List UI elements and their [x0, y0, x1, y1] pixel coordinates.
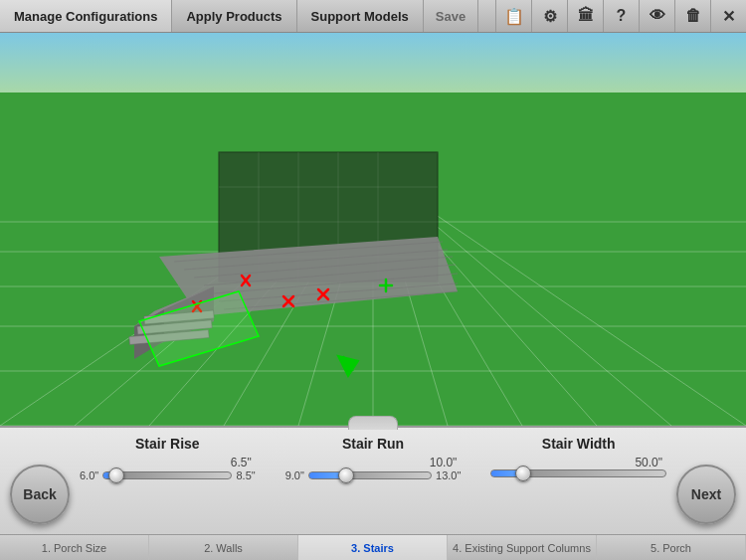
step-tabs-bar: 1. Porch Size 2. Walls 3. Stairs 4. Exis… [0, 534, 746, 560]
next-button[interactable]: Next [676, 465, 736, 524]
step-tab-porch[interactable]: 5. Porch [597, 535, 746, 560]
stair-rise-track-max: 8.5" [236, 469, 255, 481]
step-tab-porch-size[interactable]: 1. Porch Size [0, 535, 149, 560]
stair-rise-min: 6.0" [80, 469, 98, 481]
step-tab-walls[interactable]: 2. Walls [149, 535, 298, 560]
sliders-container: Stair Rise 6.5" 6.0" 8.5" Stair Run 10.0… [80, 436, 666, 487]
trash-icon[interactable]: 🗑 [674, 0, 710, 32]
stair-run-track-max: 13.0" [436, 469, 461, 481]
eye-icon[interactable]: 👁 [639, 0, 674, 32]
step-tab-existing-columns[interactable]: 4. Existing Support Columns [448, 535, 597, 560]
manage-configurations-tab[interactable]: Manage Configurations [0, 0, 172, 32]
top-navigation: Manage Configurations Apply Products Sup… [0, 0, 746, 33]
toolbar-icons: 📋 ⚙ 🏛 ? 👁 🗑 ✕ [495, 0, 746, 32]
save-button[interactable]: Save [424, 0, 478, 32]
stair-run-min: 9.0" [285, 469, 304, 481]
stair-run-slider-row: 9.0" 13.0" [285, 469, 462, 481]
stair-run-group: Stair Run 10.0" 9.0" 13.0" [285, 436, 462, 487]
stair-width-max: 50.0" [635, 456, 662, 469]
svg-marker-50 [139, 291, 259, 366]
stair-run-max: 10.0" [430, 456, 458, 469]
panel-notch [348, 416, 398, 430]
stair-rise-label: Stair Rise [135, 436, 200, 452]
stair-run-label: Stair Run [342, 436, 404, 452]
svg-marker-52 [338, 356, 358, 376]
stair-run-track[interactable] [308, 471, 432, 479]
3d-viewport[interactable] [0, 33, 746, 426]
stair-rise-slider-row: 6.0" 8.5" [80, 469, 256, 481]
help-icon[interactable]: ? [603, 0, 639, 32]
stair-rise-group: Stair Rise 6.5" 6.0" 8.5" [80, 436, 256, 487]
back-button[interactable]: Back [10, 465, 70, 524]
stair-rise-max: 6.5" [231, 456, 252, 469]
stair-width-group: Stair Width 50.0" [490, 436, 666, 483]
stair-width-label: Stair Width [542, 436, 616, 452]
step-tab-stairs[interactable]: 3. Stairs [298, 535, 448, 560]
building-icon[interactable]: 🏛 [567, 0, 603, 32]
stair-rise-track[interactable] [102, 471, 232, 479]
stair-width-track[interactable] [490, 469, 666, 477]
stair-width-slider-row [490, 469, 666, 477]
ground-plane [0, 93, 746, 426]
apply-products-tab[interactable]: Apply Products [172, 0, 296, 32]
close-icon[interactable]: ✕ [710, 0, 746, 32]
support-models-tab[interactable]: Support Models [297, 0, 424, 32]
control-panel: Back Stair Rise 6.5" 6.0" 8.5" Stair Run… [0, 426, 746, 560]
sky-background [0, 33, 746, 93]
clipboard-icon[interactable]: 📋 [495, 0, 531, 32]
settings-icon[interactable]: ⚙ [531, 0, 567, 32]
